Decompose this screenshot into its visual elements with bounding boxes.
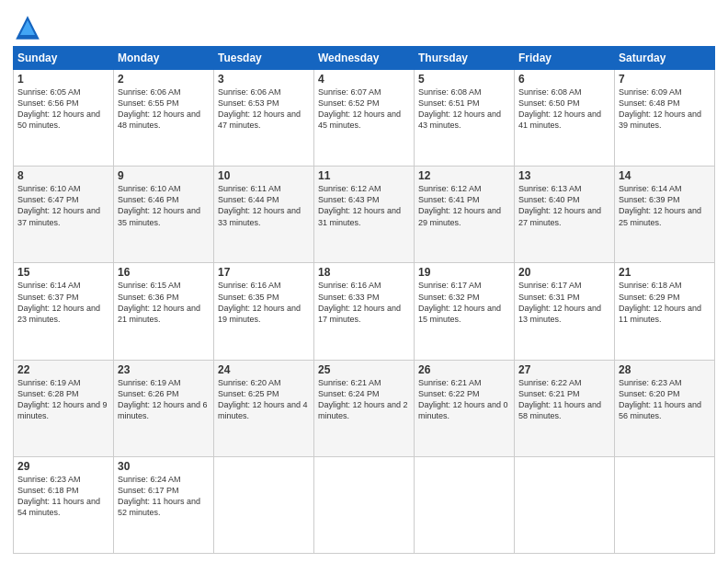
day-info: Sunrise: 6:21 AMSunset: 6:22 PMDaylight:… [418, 378, 508, 420]
day-number: 7 [619, 73, 711, 86]
calendar-cell: 15Sunrise: 6:14 AMSunset: 6:37 PMDayligh… [14, 263, 114, 360]
calendar-cell: 19Sunrise: 6:17 AMSunset: 6:32 PMDayligh… [415, 263, 515, 360]
calendar-cell: 9Sunrise: 6:10 AMSunset: 6:46 PMDaylight… [114, 167, 214, 263]
calendar-cell: 28Sunrise: 6:23 AMSunset: 6:20 PMDayligh… [615, 360, 715, 456]
calendar-cell: 5Sunrise: 6:08 AMSunset: 6:51 PMDaylight… [415, 70, 515, 167]
day-number: 16 [118, 266, 210, 279]
calendar-cell: 2Sunrise: 6:06 AMSunset: 6:55 PMDaylight… [114, 70, 214, 167]
day-number: 1 [17, 73, 109, 86]
calendar-cell: 18Sunrise: 6:16 AMSunset: 6:33 PMDayligh… [314, 263, 415, 360]
calendar-cell: 29Sunrise: 6:23 AMSunset: 6:18 PMDayligh… [14, 456, 114, 553]
calendar-cell: 13Sunrise: 6:13 AMSunset: 6:40 PMDayligh… [515, 167, 615, 263]
header [13, 9, 715, 42]
day-info: Sunrise: 6:20 AMSunset: 6:25 PMDaylight:… [218, 378, 308, 420]
calendar-cell: 14Sunrise: 6:14 AMSunset: 6:39 PMDayligh… [615, 167, 715, 263]
calendar-week-4: 22Sunrise: 6:19 AMSunset: 6:28 PMDayligh… [14, 360, 715, 456]
calendar-cell: 6Sunrise: 6:08 AMSunset: 6:50 PMDaylight… [515, 70, 615, 167]
day-number: 9 [118, 169, 210, 182]
day-number: 15 [17, 266, 109, 279]
calendar-cell [615, 456, 715, 553]
day-number: 3 [218, 73, 310, 86]
calendar-header-saturday: Saturday [615, 47, 715, 70]
day-info: Sunrise: 6:22 AMSunset: 6:21 PMDaylight:… [518, 378, 601, 420]
calendar-week-5: 29Sunrise: 6:23 AMSunset: 6:18 PMDayligh… [14, 456, 715, 553]
calendar-header-friday: Friday [515, 47, 615, 70]
day-number: 24 [218, 363, 310, 376]
day-number: 20 [518, 266, 610, 279]
calendar-header-tuesday: Tuesday [214, 47, 314, 70]
day-number: 18 [318, 266, 410, 279]
day-number: 8 [17, 169, 109, 182]
day-info: Sunrise: 6:16 AMSunset: 6:33 PMDaylight:… [318, 281, 401, 323]
day-info: Sunrise: 6:08 AMSunset: 6:50 PMDaylight:… [518, 87, 601, 130]
calendar-cell: 3Sunrise: 6:06 AMSunset: 6:53 PMDaylight… [214, 70, 314, 167]
calendar-cell: 30Sunrise: 6:24 AMSunset: 6:17 PMDayligh… [114, 456, 214, 553]
day-info: Sunrise: 6:08 AMSunset: 6:51 PMDaylight:… [418, 87, 501, 130]
day-info: Sunrise: 6:12 AMSunset: 6:41 PMDaylight:… [418, 184, 501, 226]
day-info: Sunrise: 6:06 AMSunset: 6:53 PMDaylight:… [218, 87, 301, 130]
day-info: Sunrise: 6:05 AMSunset: 6:56 PMDaylight:… [17, 87, 100, 130]
day-info: Sunrise: 6:11 AMSunset: 6:44 PMDaylight:… [218, 184, 301, 226]
calendar-header-thursday: Thursday [415, 47, 515, 70]
day-info: Sunrise: 6:18 AMSunset: 6:29 PMDaylight:… [619, 281, 701, 323]
day-info: Sunrise: 6:10 AMSunset: 6:46 PMDaylight:… [118, 184, 200, 226]
calendar-cell: 23Sunrise: 6:19 AMSunset: 6:26 PMDayligh… [114, 360, 214, 456]
day-number: 28 [619, 363, 711, 376]
day-number: 13 [518, 169, 610, 182]
day-number: 23 [118, 363, 210, 376]
day-info: Sunrise: 6:19 AMSunset: 6:28 PMDaylight:… [17, 378, 108, 420]
calendar-header-row: SundayMondayTuesdayWednesdayThursdayFrid… [14, 47, 715, 70]
calendar-week-1: 1Sunrise: 6:05 AMSunset: 6:56 PMDaylight… [14, 70, 715, 167]
day-number: 30 [118, 460, 210, 473]
day-info: Sunrise: 6:21 AMSunset: 6:24 PMDaylight:… [318, 378, 408, 420]
day-info: Sunrise: 6:13 AMSunset: 6:40 PMDaylight:… [518, 184, 601, 226]
calendar-cell [214, 456, 314, 553]
day-number: 11 [318, 169, 410, 182]
day-info: Sunrise: 6:14 AMSunset: 6:37 PMDaylight:… [17, 281, 100, 323]
calendar-cell: 20Sunrise: 6:17 AMSunset: 6:31 PMDayligh… [515, 263, 615, 360]
day-number: 14 [619, 169, 711, 182]
day-info: Sunrise: 6:15 AMSunset: 6:36 PMDaylight:… [118, 281, 200, 323]
calendar-cell: 8Sunrise: 6:10 AMSunset: 6:47 PMDaylight… [14, 167, 114, 263]
day-number: 2 [118, 73, 210, 86]
calendar-cell: 21Sunrise: 6:18 AMSunset: 6:29 PMDayligh… [615, 263, 715, 360]
calendar-cell: 4Sunrise: 6:07 AMSunset: 6:52 PMDaylight… [314, 70, 415, 167]
day-info: Sunrise: 6:06 AMSunset: 6:55 PMDaylight:… [118, 87, 200, 130]
day-info: Sunrise: 6:12 AMSunset: 6:43 PMDaylight:… [318, 184, 401, 226]
calendar-cell: 10Sunrise: 6:11 AMSunset: 6:44 PMDayligh… [214, 167, 314, 263]
day-number: 22 [17, 363, 109, 376]
day-number: 4 [318, 73, 410, 86]
day-info: Sunrise: 6:19 AMSunset: 6:26 PMDaylight:… [118, 378, 208, 420]
day-number: 27 [518, 363, 610, 376]
calendar-header-wednesday: Wednesday [314, 47, 415, 70]
day-number: 17 [218, 266, 310, 279]
calendar-cell: 26Sunrise: 6:21 AMSunset: 6:22 PMDayligh… [415, 360, 515, 456]
day-info: Sunrise: 6:09 AMSunset: 6:48 PMDaylight:… [619, 87, 701, 130]
calendar-cell: 22Sunrise: 6:19 AMSunset: 6:28 PMDayligh… [14, 360, 114, 456]
day-number: 5 [418, 73, 510, 86]
calendar-page: SundayMondayTuesdayWednesdayThursdayFrid… [0, 0, 728, 563]
logo-icon [13, 13, 42, 42]
calendar-cell [415, 456, 515, 553]
calendar-cell [314, 456, 415, 553]
calendar-cell: 12Sunrise: 6:12 AMSunset: 6:41 PMDayligh… [415, 167, 515, 263]
calendar-header-sunday: Sunday [14, 47, 114, 70]
day-info: Sunrise: 6:17 AMSunset: 6:31 PMDaylight:… [518, 281, 601, 323]
calendar-cell: 16Sunrise: 6:15 AMSunset: 6:36 PMDayligh… [114, 263, 214, 360]
calendar-cell: 7Sunrise: 6:09 AMSunset: 6:48 PMDaylight… [615, 70, 715, 167]
calendar-cell [515, 456, 615, 553]
day-info: Sunrise: 6:24 AMSunset: 6:17 PMDaylight:… [118, 475, 200, 517]
calendar-cell: 1Sunrise: 6:05 AMSunset: 6:56 PMDaylight… [14, 70, 114, 167]
day-number: 25 [318, 363, 410, 376]
calendar-week-2: 8Sunrise: 6:10 AMSunset: 6:47 PMDaylight… [14, 167, 715, 263]
calendar-header-monday: Monday [114, 47, 214, 70]
calendar-cell: 11Sunrise: 6:12 AMSunset: 6:43 PMDayligh… [314, 167, 415, 263]
calendar-cell: 25Sunrise: 6:21 AMSunset: 6:24 PMDayligh… [314, 360, 415, 456]
day-number: 10 [218, 169, 310, 182]
calendar-cell: 17Sunrise: 6:16 AMSunset: 6:35 PMDayligh… [214, 263, 314, 360]
day-info: Sunrise: 6:17 AMSunset: 6:32 PMDaylight:… [418, 281, 501, 323]
calendar-table: SundayMondayTuesdayWednesdayThursdayFrid… [13, 46, 715, 554]
calendar-week-3: 15Sunrise: 6:14 AMSunset: 6:37 PMDayligh… [14, 263, 715, 360]
day-number: 6 [518, 73, 610, 86]
logo [13, 13, 46, 42]
